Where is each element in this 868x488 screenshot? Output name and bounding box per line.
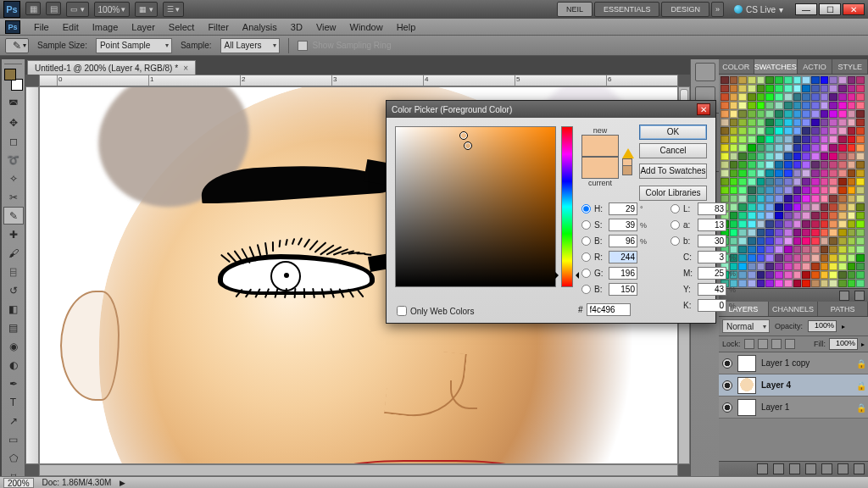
lock-position-icon[interactable] [771, 339, 782, 349]
swatch[interactable] [802, 263, 810, 270]
bridge-icon[interactable]: ▦ [25, 2, 41, 15]
swatch[interactable] [730, 93, 738, 101]
swatch[interactable] [793, 161, 802, 169]
swatch[interactable] [829, 246, 837, 253]
show-sampling-ring[interactable]: Show Sampling Ring [298, 41, 392, 51]
swatch[interactable] [821, 119, 829, 126]
swatch[interactable] [784, 136, 793, 143]
swatch[interactable] [829, 127, 837, 135]
swatch[interactable] [738, 280, 747, 287]
bb-radio[interactable] [581, 285, 591, 294]
swatch[interactable] [784, 144, 793, 152]
new-swatch-icon[interactable] [839, 291, 849, 301]
swatch[interactable] [765, 76, 774, 84]
swatch[interactable] [802, 178, 810, 186]
swatch[interactable] [730, 85, 738, 92]
bb-input[interactable] [609, 283, 637, 296]
b2-input[interactable] [698, 235, 726, 247]
swatch[interactable] [793, 136, 802, 143]
swatch[interactable] [748, 195, 756, 202]
swatch[interactable] [757, 136, 765, 143]
swatch[interactable] [793, 93, 802, 101]
swatch[interactable] [821, 186, 829, 194]
swatch[interactable] [802, 119, 810, 126]
swatch[interactable] [848, 186, 856, 194]
swatch[interactable] [775, 203, 783, 211]
adjustment-layer-icon[interactable] [805, 463, 816, 474]
swatch[interactable] [775, 178, 783, 186]
swatch[interactable] [757, 144, 765, 152]
swatch[interactable] [765, 263, 774, 270]
swatch[interactable] [721, 136, 729, 143]
swatch[interactable] [765, 178, 774, 186]
swatch[interactable] [784, 85, 793, 92]
swatch[interactable] [802, 220, 810, 228]
swatch[interactable] [848, 237, 856, 245]
swatch[interactable] [784, 76, 793, 84]
swatch[interactable] [738, 212, 747, 219]
lock-all-icon[interactable] [785, 339, 795, 349]
swatch[interactable] [802, 229, 810, 236]
swatch[interactable] [784, 212, 793, 219]
swatch[interactable] [802, 85, 810, 92]
swatch[interactable] [784, 203, 793, 211]
tool-shape[interactable]: ▭ [3, 430, 24, 448]
swatch[interactable] [848, 127, 856, 135]
swatch[interactable] [811, 195, 820, 202]
swatch[interactable] [721, 144, 729, 152]
swatch[interactable] [829, 169, 837, 177]
quickmask-toggle[interactable]: ◚ [3, 95, 24, 113]
s-input[interactable] [609, 219, 637, 231]
swatch[interactable] [721, 93, 729, 101]
swatch[interactable] [738, 220, 747, 228]
swatch[interactable] [856, 280, 865, 287]
swatch[interactable] [721, 152, 729, 160]
swatch[interactable] [856, 220, 865, 228]
swatch[interactable] [730, 229, 738, 236]
swatch[interactable] [730, 136, 738, 143]
swatch[interactable] [757, 110, 765, 118]
swatch[interactable] [757, 93, 765, 101]
swatch[interactable] [856, 246, 865, 253]
swatch[interactable] [829, 110, 837, 118]
swatch[interactable] [775, 246, 783, 253]
swatch[interactable] [829, 152, 837, 160]
swatch[interactable] [848, 212, 856, 219]
menu-layer[interactable]: Layer [125, 19, 162, 36]
swatch[interactable] [848, 169, 856, 177]
swatch[interactable] [811, 76, 820, 84]
swatch[interactable] [765, 195, 774, 202]
background-color-swatch[interactable] [11, 79, 23, 91]
swatch[interactable] [802, 76, 810, 84]
swatch[interactable] [821, 127, 829, 135]
swatch[interactable] [821, 93, 829, 101]
hue-slider[interactable] [561, 126, 573, 287]
current-tool-preset[interactable]: ✎▾ [5, 38, 29, 53]
swatch[interactable] [838, 85, 847, 92]
swatch[interactable] [765, 169, 774, 177]
swatch[interactable] [848, 161, 856, 169]
menu-window[interactable]: Window [343, 19, 390, 36]
swatch[interactable] [757, 280, 765, 287]
tool-heal[interactable]: ✚ [3, 225, 24, 243]
zoom-level-combo[interactable]: 100% ▾ [94, 2, 131, 17]
status-docinfo[interactable]: Doc: 1.86M/4.30M [42, 478, 112, 487]
color-libraries-button[interactable]: Color Libraries [639, 186, 707, 201]
menu-filter[interactable]: Filter [201, 19, 235, 36]
tool-eyedropper[interactable]: ✎ [3, 207, 24, 225]
delete-swatch-icon[interactable] [854, 291, 865, 301]
swatch[interactable] [738, 203, 747, 211]
swatch[interactable] [738, 119, 747, 126]
swatch[interactable] [748, 76, 756, 84]
swatch[interactable] [811, 263, 820, 270]
layer-thumbnail[interactable] [737, 355, 756, 372]
ruler-horizontal[interactable]: 01234567 [39, 75, 678, 86]
swatch[interactable] [765, 85, 774, 92]
swatch[interactable] [721, 169, 729, 177]
swatch[interactable] [721, 110, 729, 118]
swatch[interactable] [748, 110, 756, 118]
swatch[interactable] [765, 161, 774, 169]
menu-app-icon[interactable]: Ps [5, 20, 20, 34]
swatch[interactable] [821, 85, 829, 92]
swatch[interactable] [765, 271, 774, 279]
